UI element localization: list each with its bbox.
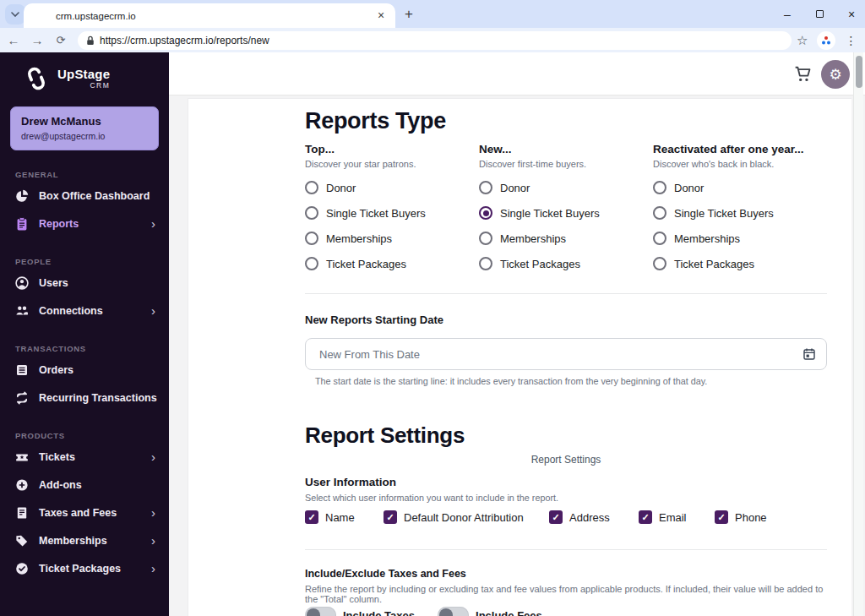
user-information-label: User Information xyxy=(305,476,396,488)
radio-label: Single Ticket Buyers xyxy=(500,207,600,220)
window-close-button[interactable]: × xyxy=(845,8,858,21)
browser-tab[interactable]: crm.upstagecrm.io × xyxy=(24,3,395,28)
checkbox-default-donor-attribution[interactable]: Default Donor Attribution xyxy=(384,510,524,524)
tag-icon xyxy=(15,534,29,548)
page-title: Reports Type xyxy=(305,108,446,134)
radio-label: Ticket Packages xyxy=(500,258,580,270)
radio-option-top-donor[interactable]: Donor xyxy=(305,181,479,194)
sidebar-item-tickets[interactable]: Tickets› xyxy=(0,443,169,471)
checkbox-label: Phone xyxy=(735,511,767,524)
sidebar-item-label: Tickets xyxy=(39,451,141,463)
radio-label: Donor xyxy=(500,182,530,194)
section-divider xyxy=(305,549,827,550)
url-bar[interactable]: https://crm.upstagecrm.io/reports/new xyxy=(78,31,792,50)
page-scrollbar[interactable] xyxy=(853,52,863,616)
calendar-icon[interactable] xyxy=(802,347,816,361)
column-heading: Reactivated after one year... xyxy=(653,143,827,155)
radio-option-new-memberships[interactable]: Memberships xyxy=(479,232,653,245)
sidebar-item-add-ons[interactable]: Add-ons xyxy=(0,471,169,499)
chevron-right-icon: › xyxy=(151,305,155,317)
browser-menu-icon[interactable]: ⋮ xyxy=(845,34,857,47)
user-card[interactable]: Drew McManus drew@upstagecrm.io xyxy=(10,106,159,150)
radio-option-new-donor[interactable]: Donor xyxy=(479,181,653,194)
sidebar-item-label: Taxes and Fees xyxy=(39,507,141,519)
radio-option-new-single-ticket-buyers[interactable]: Single Ticket Buyers xyxy=(479,206,653,220)
nav-section-label: PRODUCTS xyxy=(15,431,154,440)
extension-glyph xyxy=(821,35,831,46)
radio-option-reactivated-after-one-year-single-ticket-buyers[interactable]: Single Ticket Buyers xyxy=(653,206,827,220)
radio-option-top-single-ticket-buyers[interactable]: Single Ticket Buyers xyxy=(305,206,479,220)
sidebar-item-ticket-packages[interactable]: Ticket Packages› xyxy=(0,554,169,582)
checkbox-email[interactable]: Email xyxy=(639,510,687,524)
column-subheading: Discover who's back in black. xyxy=(653,159,827,169)
toggle-switch-icon xyxy=(305,607,336,616)
gear-button[interactable]: ⚙ xyxy=(821,60,850,89)
sidebar-item-label: Orders xyxy=(39,364,155,376)
radio-option-top-memberships[interactable]: Memberships xyxy=(305,232,479,245)
window-maximize-button[interactable] xyxy=(813,8,826,21)
bookmark-star-icon[interactable]: ☆ xyxy=(797,33,808,48)
back-button[interactable]: ← xyxy=(3,30,24,51)
radio-label: Ticket Packages xyxy=(674,258,754,270)
radio-icon xyxy=(305,206,318,220)
checkbox-label: Email xyxy=(659,511,687,524)
radio-option-reactivated-after-one-year-memberships[interactable]: Memberships xyxy=(653,232,827,245)
plus-circle-icon xyxy=(15,478,29,492)
chevron-right-icon: › xyxy=(151,451,155,463)
radio-option-new-ticket-packages[interactable]: Ticket Packages xyxy=(479,257,653,270)
checkbox-name[interactable]: Name xyxy=(305,510,355,524)
window-controls: – × xyxy=(781,0,858,28)
logo-title: UpStage xyxy=(57,68,110,80)
radio-label: Ticket Packages xyxy=(326,258,406,270)
people-icon xyxy=(15,304,29,318)
logo[interactable]: UpStage CRM xyxy=(0,52,169,93)
sidebar-item-label: Reports xyxy=(39,218,141,230)
radio-option-reactivated-after-one-year-donor[interactable]: Donor xyxy=(653,181,827,194)
window-minimize-button[interactable]: – xyxy=(781,8,794,21)
radio-icon xyxy=(653,206,666,220)
starting-date-input[interactable] xyxy=(305,338,827,370)
upstage-logo-icon xyxy=(22,64,51,93)
nav-section-label: GENERAL xyxy=(15,170,154,179)
sidebar-item-memberships[interactable]: Memberships› xyxy=(0,526,169,554)
sidebar-item-orders[interactable]: Orders xyxy=(0,356,169,384)
radio-label: Single Ticket Buyers xyxy=(674,207,774,220)
cart-icon[interactable] xyxy=(794,65,813,84)
sidebar-item-recurring-transactions[interactable]: Recurring Transactions xyxy=(0,384,169,412)
tab-close-icon[interactable]: × xyxy=(373,8,389,24)
url-text: https://crm.upstagecrm.io/reports/new xyxy=(100,35,269,46)
radio-option-reactivated-after-one-year-ticket-packages[interactable]: Ticket Packages xyxy=(653,257,827,270)
report-type-column: Top...Discover your star patrons.DonorSi… xyxy=(305,143,479,270)
checkbox-checked-icon xyxy=(715,510,728,524)
checkbox-address[interactable]: Address xyxy=(549,510,610,524)
toggle-include-fees[interactable]: Include Fees xyxy=(438,607,542,616)
user-information-helper: Select which user information you want t… xyxy=(305,493,558,503)
forward-button[interactable]: → xyxy=(27,30,47,51)
pie-chart-icon xyxy=(15,189,29,203)
checkbox-checked-icon xyxy=(384,510,397,524)
ticket-icon xyxy=(15,450,29,464)
radio-option-top-ticket-packages[interactable]: Ticket Packages xyxy=(305,257,479,270)
checkbox-phone[interactable]: Phone xyxy=(715,510,767,524)
browser-toolbar: ← → ⟳ https://crm.upstagecrm.io/reports/… xyxy=(0,28,865,52)
repeat-icon xyxy=(15,391,29,405)
sidebar-item-users[interactable]: Users xyxy=(0,269,169,297)
sidebar-item-box-office-dashboard[interactable]: Box Office Dashboard xyxy=(0,182,169,210)
scrollbar-thumb[interactable] xyxy=(856,56,862,88)
sidebar-item-label: Ticket Packages xyxy=(39,563,141,575)
sidebar-item-label: Recurring Transactions xyxy=(39,392,157,404)
tab-search-button[interactable] xyxy=(5,4,25,25)
sidebar-item-taxes-and-fees[interactable]: Taxes and Fees› xyxy=(0,499,169,526)
nav-section-label: PEOPLE xyxy=(15,257,154,266)
report-type-column: Reactivated after one year...Discover wh… xyxy=(653,143,827,270)
nav-section-label: TRANSACTIONS xyxy=(15,344,154,353)
sidebar-item-connections[interactable]: Connections› xyxy=(0,297,169,324)
extension-icon[interactable] xyxy=(817,31,835,50)
new-tab-button[interactable]: + xyxy=(399,5,419,25)
radio-icon xyxy=(653,232,666,245)
sidebar-item-reports[interactable]: Reports› xyxy=(0,210,169,237)
reload-button[interactable]: ⟳ xyxy=(51,30,71,51)
section-divider xyxy=(305,293,827,294)
toggle-include-taxes[interactable]: Include Taxes xyxy=(305,607,415,616)
radio-icon xyxy=(305,181,318,194)
